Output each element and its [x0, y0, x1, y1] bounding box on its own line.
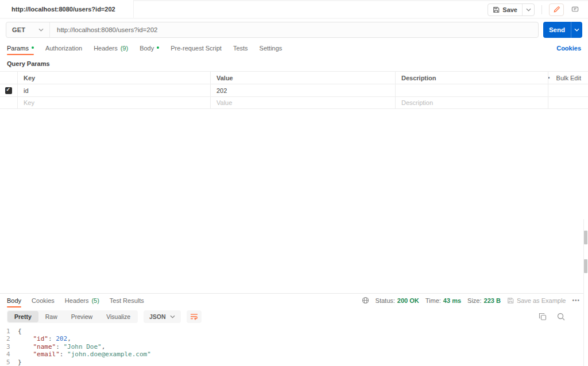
wrap-lines-button[interactable]	[187, 310, 202, 323]
code-line: 1{	[0, 328, 588, 336]
param-key-cell[interactable]: id	[17, 84, 210, 96]
search-button[interactable]	[557, 313, 565, 321]
line-number: 4	[0, 351, 9, 359]
tab-bar-controls: Save	[134, 0, 588, 18]
time-label: Time:	[425, 297, 441, 304]
tab-tests[interactable]: Tests	[233, 41, 248, 55]
query-params-table: Key Value Description ••• Bulk Edit id 2…	[0, 71, 588, 109]
row-checkbox-checked[interactable]	[5, 87, 12, 94]
line-number: 5	[0, 359, 9, 366]
view-pretty-button[interactable]: Pretty	[7, 311, 38, 322]
status-indicator: Status: 200 OK	[376, 297, 419, 304]
tab-settings[interactable]: Settings	[260, 41, 283, 55]
column-header-value: Value	[210, 72, 395, 84]
code-line: 3 "name": "John Doe",	[0, 343, 588, 351]
row-checkbox-cell	[0, 84, 17, 96]
method-label: GET	[12, 26, 25, 33]
cookies-link[interactable]: Cookies	[556, 41, 581, 55]
table-placeholder-row: Key Value Description	[0, 96, 588, 109]
column-header-key: Key	[17, 72, 210, 84]
scrollbar-thumb[interactable]	[584, 231, 587, 244]
code-line: 4 "email": "john.doe@example.com"	[0, 351, 588, 359]
size-indicator: Size: 223 B	[467, 297, 501, 304]
response-meta: Status: 200 OK Time: 43 ms Size: 223 B S…	[362, 294, 581, 307]
send-button[interactable]: Send	[543, 22, 571, 38]
toolbar-divider	[541, 5, 542, 14]
green-dot-icon	[157, 46, 159, 49]
scrollbar-thumb[interactable]	[584, 259, 587, 273]
tab-authorization[interactable]: Authorization	[45, 41, 82, 55]
line-number: 1	[0, 328, 9, 336]
send-options-button[interactable]	[571, 22, 582, 38]
save-icon	[493, 6, 500, 13]
tab-params-label: Params	[7, 45, 29, 52]
send-button-group: Send	[543, 22, 582, 38]
response-scrollbar	[583, 219, 588, 366]
tab-pre-request-script[interactable]: Pre-request Script	[171, 41, 222, 55]
save-button-label: Save	[502, 6, 517, 13]
response-tab-cookies-label: Cookies	[32, 297, 55, 304]
param-value-cell[interactable]: 202	[210, 84, 395, 96]
bulk-edit-button[interactable]: Bulk Edit	[556, 75, 581, 81]
tab-body[interactable]: Body	[140, 41, 159, 55]
method-select[interactable]: GET	[6, 22, 50, 37]
response-tabs: Body Cookies Headers (5) Test Results St…	[0, 294, 588, 307]
chevron-down-icon	[38, 28, 44, 32]
code-text: {	[9, 328, 22, 336]
format-select[interactable]: JSON	[144, 310, 181, 323]
code-line: 5}	[0, 359, 588, 366]
response-view-switcher: Pretty Raw Preview Visualize	[7, 310, 138, 323]
code-text: "id": 202,	[9, 335, 71, 343]
save-button[interactable]: Save	[488, 4, 522, 15]
copy-button[interactable]	[539, 313, 547, 321]
tab-params[interactable]: Params	[7, 41, 34, 55]
code-text: }	[9, 359, 22, 366]
tab-tests-label: Tests	[233, 45, 248, 52]
comments-button[interactable]	[567, 3, 582, 16]
param-description-input[interactable]: Description	[395, 97, 548, 108]
edit-request-button[interactable]	[549, 3, 564, 16]
chevron-down-icon	[170, 315, 175, 318]
table-actions-cell: ••• Bulk Edit	[548, 72, 588, 84]
green-dot-icon	[32, 46, 34, 49]
response-pane: Body Cookies Headers (5) Test Results St…	[0, 293, 588, 366]
response-tab-body[interactable]: Body	[7, 294, 21, 307]
url-input[interactable]	[50, 22, 538, 37]
globe-icon	[362, 297, 369, 304]
format-label: JSON	[149, 313, 166, 320]
request-tab-bar: http://localhost:8080/users?id=202 Save	[0, 0, 588, 19]
pencil-icon	[553, 6, 560, 13]
save-as-example-button[interactable]: Save as Example	[507, 297, 566, 304]
response-code[interactable]: 1{2 "id": 202,3 "name": "John Doe",4 "em…	[0, 328, 588, 366]
more-options-button[interactable]: •••	[548, 75, 551, 81]
view-raw-button[interactable]: Raw	[38, 311, 64, 322]
code-text: "name": "John Doe",	[9, 343, 105, 351]
chevron-down-icon	[526, 8, 531, 11]
view-visualize-button[interactable]: Visualize	[99, 311, 137, 322]
response-tab-test-results[interactable]: Test Results	[110, 294, 144, 307]
view-preview-button[interactable]: Preview	[64, 311, 99, 322]
param-description-cell[interactable]	[395, 84, 548, 96]
param-key-input[interactable]: Key	[17, 97, 210, 108]
active-request-tab[interactable]: http://localhost:8080/users?id=202	[0, 0, 134, 18]
column-header-description: Description	[395, 72, 548, 84]
query-params-title: Query Params	[0, 55, 588, 71]
param-value-input[interactable]: Value	[210, 97, 395, 108]
response-tab-headers[interactable]: Headers (5)	[65, 294, 99, 307]
response-tab-body-label: Body	[7, 297, 21, 304]
request-url-row: GET Send	[0, 19, 588, 41]
search-icon	[557, 313, 565, 321]
line-number: 3	[0, 343, 9, 351]
tab-headers[interactable]: Headers (9)	[94, 41, 128, 55]
response-tab-cookies[interactable]: Cookies	[32, 294, 55, 307]
code-line: 2 "id": 202,	[0, 335, 588, 343]
code-text: "email": "john.doe@example.com"	[9, 351, 151, 359]
row-actions-cell	[548, 97, 588, 108]
save-as-example-label: Save as Example	[517, 297, 566, 304]
response-more-options-button[interactable]: •••	[572, 297, 581, 303]
save-options-button[interactable]	[523, 4, 534, 15]
status-value: 200 OK	[397, 297, 419, 304]
wrap-text-icon	[190, 313, 198, 320]
size-value: 223 B	[484, 297, 501, 304]
line-number: 2	[0, 335, 9, 343]
